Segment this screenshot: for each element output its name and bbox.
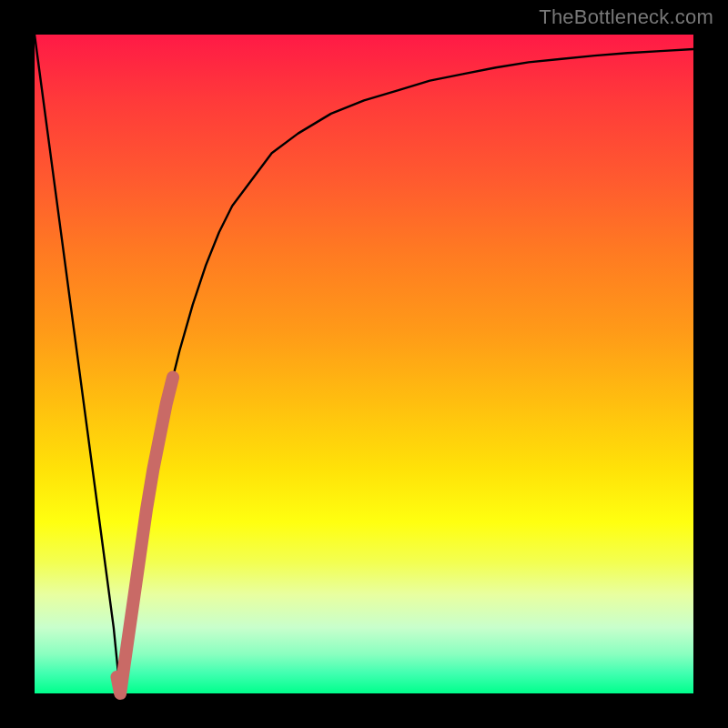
highlight-segment (117, 377, 174, 693)
chart-frame: TheBottleneck.com (0, 0, 728, 728)
plot-area (35, 35, 693, 693)
curve-svg (35, 35, 693, 693)
watermark-text: TheBottleneck.com (539, 5, 713, 29)
